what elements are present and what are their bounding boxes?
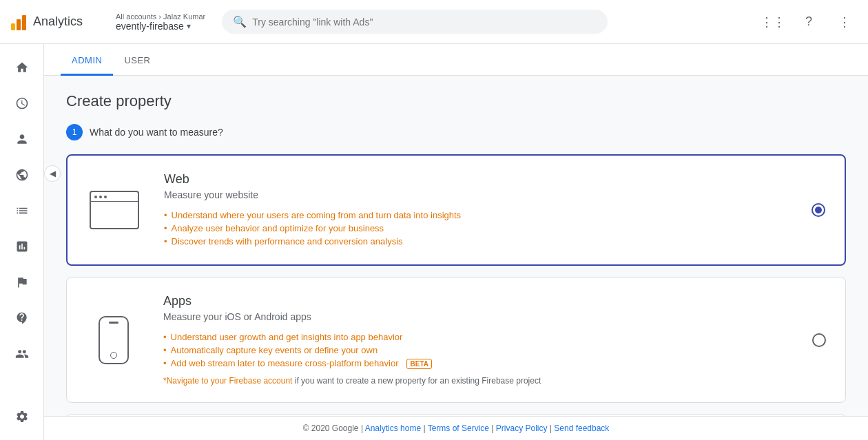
web-bullet-1: Understand where your users are coming f…	[164, 209, 789, 222]
sidebar-item-audience[interactable]	[6, 123, 39, 156]
more-options-icon[interactable]: ⋮	[832, 10, 857, 34]
copyright: © 2020 Google	[303, 423, 359, 433]
web-bullet-2: Analyze user behavior and optimize for y…	[164, 222, 789, 235]
sidebar-item-goals[interactable]	[6, 266, 39, 299]
firebase-note: *Navigate to your Firebase account if yo…	[163, 376, 790, 386]
phone-speaker	[109, 322, 118, 324]
web-icon	[87, 191, 142, 229]
step-indicator: 1 What do you want to measure?	[66, 124, 846, 140]
footer-privacy[interactable]: Privacy Policy	[496, 423, 548, 433]
search-icon: 🔍	[233, 15, 247, 28]
account-selector[interactable]: evently-firebase ▾	[116, 21, 205, 32]
sidebar-item-home[interactable]	[6, 51, 39, 84]
apps-icon	[86, 316, 141, 364]
apps-bullet-3: Add web stream later to measure cross-pl…	[163, 357, 790, 370]
sidebar-item-realtime[interactable]	[6, 87, 39, 120]
search-input[interactable]	[252, 17, 597, 28]
apps-radio[interactable]	[812, 333, 826, 347]
web-radio-fill	[815, 207, 822, 213]
option-card-web[interactable]: Web Measure your website Understand wher…	[66, 154, 846, 266]
grid-icon[interactable]: ⋮⋮	[761, 10, 785, 34]
firebase-link[interactable]: *Navigate to your Firebase account	[163, 376, 292, 386]
footer-analytics-home[interactable]: Analytics home	[365, 423, 421, 433]
web-title: Web	[164, 172, 789, 187]
web-subtitle: Measure your website	[164, 189, 789, 200]
analytics-logo	[11, 14, 26, 30]
logo-area: Analytics	[11, 14, 107, 30]
help-icon[interactable]: ?	[796, 10, 821, 34]
account-name: evently-firebase	[116, 21, 184, 32]
logo-bar-3	[22, 15, 26, 30]
web-radio[interactable]	[812, 203, 825, 217]
tab-user[interactable]: USER	[113, 44, 161, 76]
topbar-right: ⋮⋮ ? ⋮	[761, 10, 857, 34]
sidebar-toggle[interactable]: ◀	[44, 165, 61, 182]
sidebar-item-acquisition[interactable]	[6, 158, 39, 191]
footer-feedback[interactable]: Send feedback	[554, 423, 609, 433]
apps-beta-badge: BETA	[406, 359, 431, 369]
web-option-content: Web Measure your website Understand wher…	[164, 172, 789, 248]
main-layout: ◀ ADMIN USER Create property 1 What do y…	[0, 44, 868, 440]
web-bullets: Understand where your users are coming f…	[164, 209, 789, 248]
option-card-apps[interactable]: Apps Measure your iOS or Android apps Un…	[66, 277, 846, 403]
content-area: ADMIN USER Create property 1 What do you…	[44, 44, 868, 440]
sidebar-item-admin[interactable]	[6, 400, 39, 433]
sidebar-item-attribution[interactable]	[6, 337, 39, 370]
page-title: Create property	[66, 92, 846, 110]
apps-bullets: Understand user growth and get insights …	[163, 331, 790, 370]
scroll-content: Create property 1 What do you want to me…	[44, 76, 868, 416]
phone-button	[110, 352, 117, 359]
account-info: All accounts › Jalaz Kumar evently-fireb…	[116, 12, 205, 32]
logo-bar-1	[11, 23, 15, 30]
sidebar	[0, 44, 44, 440]
apps-bullet-1: Understand user growth and get insights …	[163, 331, 790, 344]
apps-title: Apps	[163, 294, 790, 308]
sidebar-item-behavior[interactable]	[6, 194, 39, 227]
sidebar-item-conversions[interactable]	[6, 302, 39, 335]
web-bullet-3: Discover trends with performance and con…	[164, 235, 789, 248]
footer-terms[interactable]: Terms of Service	[428, 423, 489, 433]
apps-option-content: Apps Measure your iOS or Android apps Un…	[163, 294, 790, 386]
tab-admin[interactable]: ADMIN	[61, 44, 113, 76]
sidebar-item-explorer[interactable]	[6, 230, 39, 263]
logo-bar-2	[17, 19, 21, 30]
tabs: ADMIN USER	[44, 44, 868, 76]
topbar: Analytics All accounts › Jalaz Kumar eve…	[0, 0, 868, 44]
firebase-note-text: if you want to create a new property for…	[295, 376, 541, 386]
app-title: Analytics	[33, 14, 83, 29]
footer: © 2020 Google | Analytics home | Terms o…	[44, 416, 868, 440]
breadcrumb: All accounts › Jalaz Kumar	[116, 12, 205, 21]
step-question: What do you want to measure?	[90, 127, 223, 138]
step-number: 1	[66, 124, 83, 140]
apps-subtitle: Measure your iOS or Android apps	[163, 311, 790, 322]
chevron-down-icon: ▾	[187, 21, 191, 31]
apps-bullet-2: Automatically capture key events or defi…	[163, 344, 790, 357]
search-bar[interactable]: 🔍	[222, 10, 608, 34]
